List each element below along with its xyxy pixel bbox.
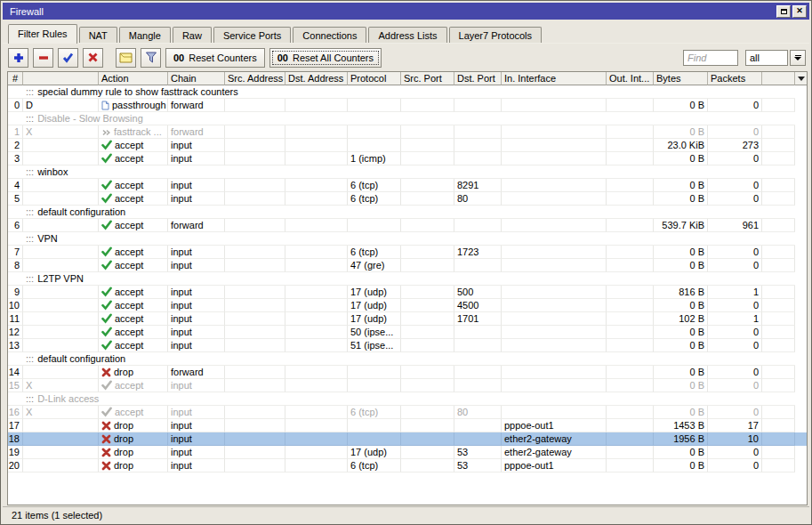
column-header-flags[interactable] — [23, 72, 99, 85]
rule-row-8[interactable]: 8acceptinput47 (gre)0 B0 — [8, 259, 807, 272]
tab-service-ports[interactable]: Service Ports — [213, 27, 291, 44]
column-header-src_address[interactable]: Src. Address — [225, 72, 285, 85]
cell-in_interface — [502, 259, 607, 272]
tab-raw[interactable]: Raw — [173, 27, 212, 44]
column-header-in_interface[interactable]: In. Interface — [502, 72, 607, 85]
rule-row-12[interactable]: 12acceptinput50 (ipse...0 B0 — [8, 326, 807, 339]
titlebar[interactable]: Firewall ✕ — [3, 3, 809, 20]
column-header-out_interface[interactable]: Out. Int... — [607, 72, 654, 85]
cell-action: accept — [99, 339, 168, 352]
tab-filter-rules[interactable]: Filter Rules — [8, 24, 77, 44]
rule-row-0[interactable]: 0Dpassthroughforward0 B0 — [8, 99, 807, 112]
comment-row[interactable]: :::VPN — [8, 232, 807, 246]
column-header-packets[interactable]: Packets — [708, 72, 762, 85]
reset-all-counters-button[interactable]: 00Reset All Counters — [269, 48, 382, 68]
cell-flags — [23, 326, 99, 339]
close-button[interactable]: ✕ — [792, 5, 807, 18]
accept-icon — [101, 340, 112, 351]
filter-button[interactable] — [141, 48, 161, 68]
cell-extra — [762, 366, 795, 379]
column-chooser-button[interactable] — [795, 72, 807, 85]
tab-address-lists[interactable]: Address Lists — [368, 27, 446, 44]
rule-row-4[interactable]: 4acceptinput6 (tcp)82910 B0 — [8, 179, 807, 192]
rule-row-18[interactable]: 18dropinputether2-gateway1956 B10 — [8, 432, 807, 446]
cell-out_interface — [607, 299, 654, 312]
filter-scope-dropdown-button[interactable] — [790, 50, 806, 66]
tab-mangle[interactable]: Mangle — [119, 27, 171, 44]
comment-button[interactable] — [116, 48, 136, 68]
rule-row-11[interactable]: 11acceptinput17 (udp)1701102 B1 — [8, 312, 807, 326]
cell-action: accept — [99, 139, 168, 152]
accept-icon — [101, 180, 112, 190]
accept-icon — [101, 327, 112, 337]
filter-scope-select[interactable]: all — [745, 50, 788, 66]
comment-row[interactable]: :::D-Link access — [8, 392, 807, 406]
column-header-protocol[interactable]: Protocol — [348, 72, 401, 85]
cell-extra — [762, 459, 795, 472]
rule-row-10[interactable]: 10acceptinput17 (udp)45000 B0 — [8, 299, 807, 312]
comment-row[interactable]: :::L2TP VPN — [8, 272, 807, 286]
rule-row-17[interactable]: 17dropinputpppoe-out11453 B17 — [8, 419, 807, 432]
cell-num: 14 — [8, 366, 23, 379]
cell-action: drop — [99, 459, 168, 472]
rule-row-16[interactable]: 16Xacceptinput6 (tcp)800 B0 — [8, 406, 807, 419]
cell-bytes: 23.0 KiB — [654, 139, 708, 152]
rule-row-9[interactable]: 9acceptinput17 (udp)500816 B1 — [8, 286, 807, 299]
comment-row[interactable]: :::default configuration — [8, 206, 807, 219]
rule-row-2[interactable]: 2acceptinput23.0 KiB273 — [8, 139, 807, 152]
column-header-src_port[interactable]: Src. Port — [401, 72, 454, 85]
column-header-action[interactable]: Action — [99, 72, 168, 85]
add-button[interactable] — [8, 48, 28, 68]
column-header-bytes[interactable]: Bytes — [654, 72, 708, 85]
column-header-dst_port[interactable]: Dst. Port — [454, 72, 502, 85]
enable-button[interactable] — [58, 48, 78, 68]
remove-button[interactable] — [33, 48, 53, 68]
cell-src_address — [225, 99, 285, 112]
column-header-extra[interactable] — [762, 72, 795, 85]
rule-row-20[interactable]: 20dropinput6 (tcp)53pppoe-out10 B0 — [8, 459, 807, 472]
fasttrack-icon — [101, 127, 111, 137]
rule-row-1[interactable]: 1Xfasttrack ...forward0 B0 — [8, 125, 807, 139]
rule-row-13[interactable]: 13acceptinput51 (ipse...0 B0 — [8, 339, 807, 352]
cell-num: 11 — [8, 312, 23, 326]
column-header-num[interactable]: # — [8, 72, 23, 85]
cell-chain: forward — [168, 219, 225, 232]
cell-src_port — [401, 312, 454, 326]
rule-row-3[interactable]: 3acceptinput1 (icmp)0 B0 — [8, 152, 807, 166]
comment-row[interactable]: :::Disable - Slow Browsing — [8, 112, 807, 125]
cell-num: 16 — [8, 406, 23, 419]
rule-row-14[interactable]: 14dropforward0 B0 — [8, 366, 807, 379]
cell-bytes: 0 B — [654, 179, 708, 192]
rule-row-6[interactable]: 6acceptforward539.7 KiB961 — [8, 219, 807, 232]
column-header-dst_address[interactable]: Dst. Address — [285, 72, 348, 85]
maximize-button[interactable] — [776, 5, 791, 18]
cell-dst_address — [285, 326, 348, 339]
comment-row[interactable]: :::special dummy rule to show fasttrack … — [8, 85, 807, 99]
column-header-chain[interactable]: Chain — [168, 72, 225, 85]
cell-bytes: 0 B — [654, 326, 708, 339]
comment-row[interactable]: :::default configuration — [8, 352, 807, 366]
cell-protocol: 6 (tcp) — [348, 406, 401, 419]
cell-action: accept — [99, 219, 168, 232]
cell-flags — [23, 446, 99, 459]
cell-dst_address — [285, 179, 348, 192]
rule-row-19[interactable]: 19dropinput17 (udp)53ether2-gateway0 B0 — [8, 446, 807, 459]
cell-extra — [762, 219, 795, 232]
tab-layer7-protocols[interactable]: Layer7 Protocols — [449, 27, 543, 44]
find-input[interactable] — [683, 50, 738, 66]
disable-button[interactable] — [83, 48, 103, 68]
comment-row[interactable]: :::winbox — [8, 166, 807, 179]
tab-connections[interactable]: Connections — [293, 27, 366, 44]
cell-action: accept — [99, 326, 168, 339]
cell-packets: 10 — [708, 432, 762, 446]
reset-counters-button[interactable]: 00Reset Counters — [165, 48, 265, 68]
accept-icon — [101, 246, 112, 257]
rule-row-5[interactable]: 5acceptinput6 (tcp)800 B0 — [8, 192, 807, 206]
cell-dst_address — [285, 419, 348, 432]
rule-row-15[interactable]: 15Xacceptinput0 B0 — [8, 379, 807, 392]
tab-nat[interactable]: NAT — [79, 27, 117, 44]
cell-dst_address — [285, 99, 348, 112]
cell-out_interface — [607, 366, 654, 379]
rule-row-7[interactable]: 7acceptinput6 (tcp)17230 B0 — [8, 246, 807, 259]
cell-extra — [762, 312, 795, 326]
